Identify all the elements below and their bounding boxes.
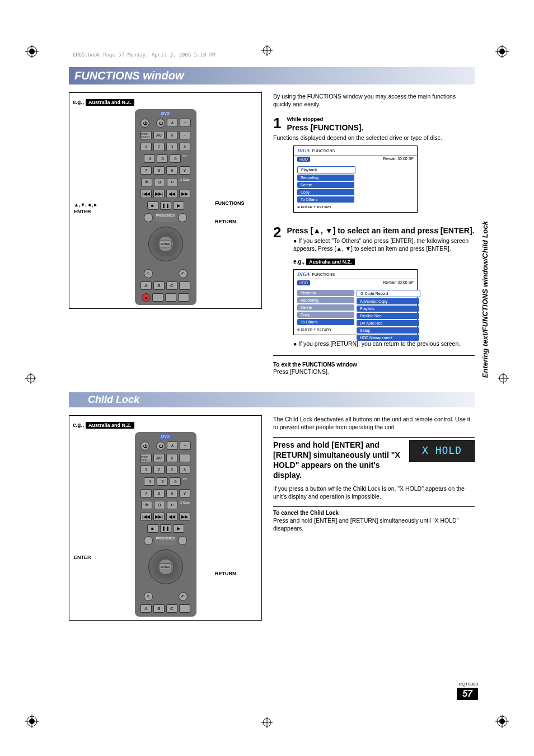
key-gcode: ↵: [167, 178, 178, 186]
key-2: 2: [153, 143, 165, 151]
gcode-label: G-Code: [180, 178, 190, 186]
remote-illustration-2: e.g.,Australia and N.Z. DVD ⏻⏻∧+ DRIVE S…: [69, 415, 262, 621]
key-0: 0: [154, 178, 165, 186]
display-text: X HOLD: [422, 444, 462, 457]
frec: [165, 293, 176, 302]
dvd-label: DVD: [159, 111, 172, 116]
callout-enter: ENTER: [74, 209, 91, 214]
unit-display: X HOLD: [409, 440, 475, 462]
ch-down: ∨: [166, 131, 177, 139]
delete: [178, 293, 189, 302]
eg-prefix-2: e.g.,: [293, 259, 305, 265]
progcheck: PROG/CHECK: [154, 213, 177, 222]
key-7: 7: [140, 166, 152, 175]
child-intro: The Child Lock deactivates all buttons o…: [273, 415, 475, 431]
recmode: [152, 293, 163, 302]
ch-up2: ∧: [179, 143, 190, 151]
intro-text: By using the FUNCTIONS window you may ac…: [273, 92, 475, 108]
panel-item: To Others: [297, 319, 354, 325]
brand: DIGA: [297, 148, 310, 153]
side-section-label: Entering text/FUNCTIONS window/Child Loc…: [481, 221, 489, 378]
panel-item: Recording: [297, 175, 354, 181]
panel-item: G-Code Record: [357, 290, 420, 297]
crop-mark: [25, 373, 36, 384]
nav-ring: ENTER: [148, 227, 183, 261]
vol-up: +: [180, 119, 191, 127]
key-9: 9: [166, 166, 177, 175]
exit-head: To exit the FUNCTIONS window: [273, 361, 475, 368]
crop-mark: [498, 373, 509, 384]
panel-item: To Others: [297, 196, 354, 203]
stop-button: ■: [147, 201, 158, 210]
step-1-head: Press [FUNCTIONS].: [273, 123, 475, 132]
slow-fwd: ▶▶: [179, 190, 190, 198]
cancel-body: Press and hold [ENTER] and [RETURN] simu…: [273, 516, 475, 532]
step-2-number: 2: [273, 225, 281, 240]
panel-item: Advanced Copy: [357, 298, 419, 304]
key-6: 6: [170, 154, 181, 163]
key-star: ✻: [141, 178, 152, 186]
panel-item: DV Auto Rec: [357, 320, 419, 326]
return-button-2: ↶: [179, 592, 188, 601]
panel-item: Setup: [357, 327, 419, 334]
panel-item: Copy: [297, 189, 354, 195]
callout-enter-2: ENTER: [74, 555, 91, 560]
exit-body: Press [FUNCTIONS].: [273, 368, 475, 375]
callout-functions: FUNCTIONS: [215, 200, 245, 206]
key-8: 8: [153, 166, 165, 175]
panel-item: HDD Management: [357, 335, 419, 341]
step-2-head: Press [▲, ▼] to select an item and press…: [273, 226, 475, 235]
brand-2: DIGA: [297, 271, 310, 277]
ch-label: CH: [182, 154, 186, 163]
step-2-bullet: ● If you select "To Others" and press [E…: [293, 237, 475, 252]
panel-item: Copy: [297, 312, 354, 318]
region-tag-2: Australia and N.Z.: [306, 259, 355, 265]
rec-button: ●: [142, 293, 151, 302]
cancel-head: To cancel the Child Lock: [273, 506, 475, 517]
eg-prefix-3: e.g.,: [73, 422, 84, 428]
section-title-childlock: Child Lock: [69, 392, 475, 407]
functions-panel-2: DIGA FUNCTIONS HDD Remain 30:00 SP Playb…: [293, 269, 418, 335]
manualskip: [178, 213, 187, 222]
remain-label: Remain 30:00 SP: [383, 157, 414, 162]
panel-item: Delete: [297, 182, 354, 188]
panel-item: Playback: [297, 166, 355, 173]
region-tag: Australia and N.Z.: [86, 99, 134, 106]
hdd-badge: HDD: [297, 157, 310, 162]
hdd-badge-2: HDD: [297, 280, 310, 285]
pause-button: ❚❚: [160, 201, 171, 210]
key-4: 4: [144, 154, 155, 163]
crop-mark: [25, 45, 39, 58]
panel-item: Playback: [297, 290, 354, 296]
callout-return: RETURN: [215, 219, 236, 224]
callout-arrows: ▲,▼,◄,►: [74, 202, 98, 208]
crop-mark: [261, 45, 273, 56]
drive-select: DRIVE SELECT: [140, 131, 152, 139]
functions-panel-1: DIGA FUNCTIONS HDD Remain 30:00 SP Playb…: [293, 145, 418, 213]
crop-mark: [495, 715, 509, 728]
eg-prefix: e.g.,: [73, 99, 84, 105]
step-1-body: Functions displayed depend on the select…: [273, 134, 475, 142]
skip-back: |◀◀: [140, 190, 152, 198]
enter-button-2: ENTER: [158, 564, 172, 570]
panel-item: Flexible Rec: [357, 313, 419, 319]
status: [179, 281, 190, 290]
nav-ring-2: ENTER: [148, 550, 183, 584]
slow-back: ◀◀: [166, 190, 177, 198]
region-tag-3: Australia and N.Z.: [86, 422, 134, 429]
key-1: 1: [140, 143, 152, 151]
tv-power: ⏻: [156, 119, 165, 128]
step-1-condition: While stopped: [273, 116, 475, 122]
ch-up: ∧: [167, 119, 178, 127]
section-title-functions: FUNCTIONS window: [69, 67, 475, 84]
play-button: ▶: [173, 201, 184, 210]
key-3: 3: [166, 143, 177, 151]
ch-down2: ∨: [179, 166, 190, 175]
return-button: ↶: [179, 269, 188, 278]
doc-code: RQT8380: [457, 682, 478, 687]
dvd-label-2: DVD: [159, 434, 172, 439]
timeslip: [144, 213, 153, 222]
panel-item: Recording: [297, 297, 354, 303]
crop-mark: [495, 45, 509, 58]
audio: A: [140, 281, 152, 290]
